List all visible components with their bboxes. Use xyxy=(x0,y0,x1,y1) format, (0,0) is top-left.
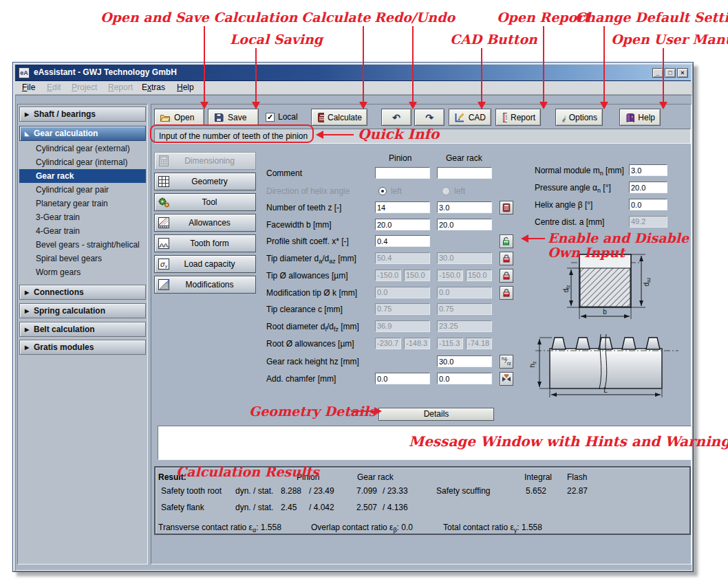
teeth-pinion-input[interactable] xyxy=(375,201,430,213)
undo-button[interactable]: ↶ xyxy=(381,109,411,126)
arrow-down-icon xyxy=(478,102,486,109)
sidebar-section-shaft-bearings[interactable]: ▶Shaft / bearings xyxy=(19,107,146,122)
normal-module-input[interactable] xyxy=(629,164,667,176)
tab-tool[interactable]: Tool xyxy=(154,193,256,211)
rack-height-gear-input[interactable] xyxy=(437,355,492,367)
chevron-right-icon: ▶ xyxy=(25,344,34,351)
help-button[interactable]: Help xyxy=(619,109,661,126)
column-header-gear-rack: Gear rack xyxy=(446,153,482,163)
report-button[interactable]: Report xyxy=(495,109,541,126)
rack-height-ratio-button[interactable]: hz⁄rz xyxy=(500,355,513,369)
tab-load-capacity[interactable]: σx Load capacity xyxy=(154,255,256,273)
profile-shift-pinion-input[interactable] xyxy=(375,235,430,247)
sidebar-item-3-gear-train[interactable]: 3-Gear train xyxy=(19,210,146,224)
dimensioning-icon xyxy=(157,154,171,168)
sidebar-item-cylindrical-gear-internal[interactable]: Cylindrical gear (internal) xyxy=(19,155,146,169)
annotation-local-saving: Local Saving xyxy=(230,32,323,47)
annotation-arrow-line xyxy=(663,48,664,102)
svg-text:L: L xyxy=(603,386,608,394)
calculate-button[interactable]: Calculate xyxy=(311,109,367,126)
tooth-root-pinion-dyn: 8.288 xyxy=(281,486,301,496)
root-allowances-label: Root Ø allowances [µm] xyxy=(266,339,354,349)
menu-help[interactable]: Help xyxy=(177,83,194,92)
helix-angle-label: Helix angle β [°] xyxy=(535,200,592,210)
report-document-icon xyxy=(501,112,507,123)
sidebar-item-cylindrical-gear-external[interactable]: Cylindrical gear (external) xyxy=(19,142,146,155)
flank-gear-stat: / 4.136 xyxy=(383,503,408,512)
menu-extras[interactable]: Extras xyxy=(142,83,165,92)
tip-allowances-lock-button[interactable] xyxy=(500,269,513,283)
tab-allowances[interactable]: Allowances xyxy=(154,214,256,232)
annotation-quick-info: Quick Info xyxy=(358,126,439,142)
sidebar-item-cylindrical-gear-pair[interactable]: Cylindrical gear pair xyxy=(19,183,146,197)
annotation-cad-button: CAD Button xyxy=(450,32,537,47)
close-button[interactable]: × xyxy=(677,68,688,78)
annotation-calculation-results: Calculation Results xyxy=(176,464,319,479)
sidebar-item-planetary-gear-train[interactable]: Planetary gear train xyxy=(19,197,146,210)
teeth-gear-input[interactable] xyxy=(437,201,492,213)
local-checkbox[interactable]: ✓ xyxy=(266,113,275,122)
comment-pinion-input[interactable] xyxy=(375,167,430,179)
sidebar-section-gear-calculation[interactable]: ◣Gear calculation xyxy=(19,126,146,141)
facewidth-gear-input[interactable] xyxy=(437,219,492,230)
annotation-redo-undo: Redo/Undo xyxy=(374,10,455,25)
tooth-form-icon xyxy=(157,237,171,250)
annotation-arrow-line xyxy=(481,48,482,102)
centre-distance-field: 49.2 xyxy=(629,216,667,228)
tab-geometry[interactable]: Geometry xyxy=(154,173,256,190)
chamfer-pinion-input[interactable] xyxy=(375,373,430,384)
tooth-root-pinion-stat: / 23.49 xyxy=(309,486,334,496)
calculator-icon xyxy=(502,203,511,212)
teeth-calculator-button[interactable] xyxy=(500,201,513,215)
annotation-calculate: Calculate xyxy=(301,10,370,25)
tip-diameter-lock-button[interactable] xyxy=(500,252,513,265)
sidebar-item-spiral-bevel-gears[interactable]: Spiral bevel gears xyxy=(19,252,146,265)
chamfer-button[interactable] xyxy=(500,372,513,386)
chamfer-gear-input[interactable] xyxy=(437,373,492,384)
mode-label: dyn. / stat. xyxy=(235,486,273,496)
safety-flank-label: Safety flank xyxy=(161,503,204,512)
profile-shift-unlock-button[interactable] xyxy=(500,234,513,248)
minimize-button[interactable]: _ xyxy=(652,68,663,78)
sidebar-section-spring-calculation[interactable]: ▶Spring calculation xyxy=(19,303,146,318)
root-allowance-gear-upper: -74.18 xyxy=(466,338,492,349)
comment-gear-input[interactable] xyxy=(437,167,492,179)
geometry-grid-icon xyxy=(157,175,171,188)
svg-text:daz: daz xyxy=(643,277,651,286)
options-button[interactable]: Options xyxy=(555,109,603,126)
calculator-icon xyxy=(317,112,324,123)
save-button[interactable]: Save xyxy=(208,109,259,126)
facewidth-pinion-input[interactable] xyxy=(375,219,430,230)
cad-button[interactable]: CAD xyxy=(449,109,491,126)
pressure-angle-input[interactable] xyxy=(629,182,667,193)
transverse-contact-ratio: Transverse contact ratio εα: 1.558 xyxy=(158,523,281,534)
arrow-left-icon xyxy=(521,234,528,243)
sidebar-item-4-gear-train[interactable]: 4-Gear train xyxy=(19,224,146,238)
sidebar-section-belt-calculation[interactable]: ▶Belt calculation xyxy=(19,322,146,337)
allowances-icon xyxy=(157,216,171,230)
modification-tip-lock-button[interactable] xyxy=(500,286,513,300)
menu-project: Project xyxy=(72,83,97,92)
tab-tooth-form[interactable]: Tooth form xyxy=(154,234,256,252)
annotation-arrow-line xyxy=(255,48,257,102)
helix-angle-input[interactable] xyxy=(629,199,667,210)
arrow-down-icon xyxy=(409,102,417,109)
maximize-button[interactable]: □ xyxy=(665,68,676,78)
lock-closed-icon xyxy=(502,288,511,298)
floppy-disk-icon xyxy=(213,112,224,123)
cad-drawing-icon xyxy=(454,112,465,123)
details-button[interactable]: Details xyxy=(378,408,494,421)
tip-clearance-label: Tip clearance c [mm] xyxy=(266,305,343,314)
sidebar-section-connections[interactable]: ▶Connections xyxy=(19,285,146,300)
sidebar-item-bevel-gears[interactable]: Bevel gears - straight/helical xyxy=(19,238,146,252)
sigma-load-icon: σx xyxy=(157,257,171,271)
arrow-down-icon xyxy=(359,102,367,109)
sidebar-section-gratis-modules[interactable]: ▶Gratis modules xyxy=(19,340,146,355)
sidebar-item-worm-gears[interactable]: Worm gears xyxy=(19,265,146,279)
redo-button[interactable]: ↷ xyxy=(414,109,445,126)
annotation-arrow-line xyxy=(603,26,605,102)
tab-modifications[interactable]: Modifications xyxy=(154,276,256,294)
menu-file[interactable]: File xyxy=(22,83,35,92)
open-button[interactable]: Open xyxy=(154,109,204,126)
sidebar-item-gear-rack[interactable]: Gear rack xyxy=(19,169,146,183)
